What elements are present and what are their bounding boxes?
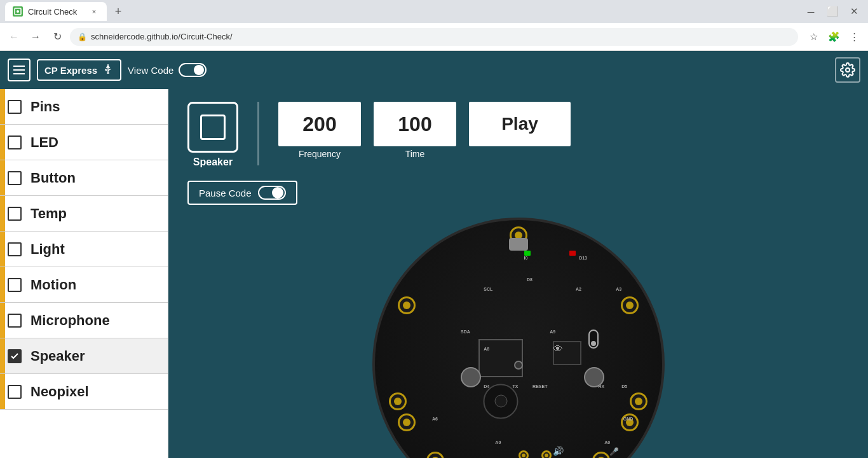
thermometer-icon (588, 330, 599, 349)
checkbox-motion[interactable] (8, 278, 22, 292)
tab-close-btn[interactable]: × (89, 6, 99, 17)
frequency-value: 200 (302, 113, 336, 136)
time-label: Time (405, 149, 425, 159)
maximize-btn[interactable]: ⬜ (824, 3, 841, 20)
frequency-input[interactable]: 200 (278, 102, 361, 146)
label-temp: Temp (31, 205, 67, 222)
label-a3: A3 (616, 287, 621, 291)
label-gnd-right: GND (623, 417, 634, 421)
sidebar-item-led[interactable]: LED (0, 125, 168, 160)
checkbox-light[interactable] (8, 242, 22, 256)
label-pins: Pins (31, 99, 60, 115)
checkbox-button[interactable] (8, 171, 22, 185)
label-a0-label: A0 (495, 440, 501, 445)
back-btn[interactable]: ← (5, 28, 23, 46)
sidebar-item-motion[interactable]: Motion (0, 267, 168, 303)
accent-microphone (0, 303, 5, 338)
tab-title: Circuit Check (28, 7, 77, 17)
button-a[interactable] (461, 367, 481, 387)
bookmark-btn[interactable]: ☆ (804, 28, 822, 46)
hamburger-icon (13, 66, 25, 74)
minimize-btn[interactable]: ─ (802, 3, 820, 20)
checkbox-led[interactable] (8, 135, 22, 149)
address-bar[interactable]: 🔒 schneidercode.github.io/Circuit-Check/ (70, 28, 798, 46)
close-window-btn[interactable]: ✕ (845, 3, 863, 20)
active-tab[interactable]: Circuit Check × (5, 2, 107, 21)
label-reset: RESET (532, 384, 547, 389)
green-led (524, 251, 531, 256)
circuit-board: 👁 🔊 🎤 (372, 218, 665, 458)
accent-neopixel (0, 374, 5, 409)
time-input[interactable]: 100 (374, 102, 456, 146)
reset-btn[interactable] (514, 361, 523, 370)
menu-btn[interactable]: ⋮ (845, 28, 863, 46)
sidebar-item-microphone[interactable]: Microphone (0, 303, 168, 338)
sidebar-item-light[interactable]: Light (0, 232, 168, 267)
lock-icon: 🔒 (78, 32, 87, 41)
checkbox-pins[interactable] (8, 100, 22, 114)
view-code-switch[interactable] (179, 63, 207, 77)
pad-gnd-left (426, 452, 444, 458)
extensions-btn[interactable]: 🧩 (825, 28, 843, 46)
checkbox-speaker[interactable] (8, 349, 22, 363)
eye-icon: 👁 (553, 344, 563, 355)
content-area: Speaker 200 Frequency 100 (168, 89, 868, 458)
board-selector[interactable]: CP Express (37, 59, 121, 81)
sidebar-item-button[interactable]: Button (0, 160, 168, 196)
usb-connector (509, 238, 528, 251)
checkbox-microphone[interactable] (8, 314, 22, 328)
label-sda: SDA (461, 330, 470, 334)
label-rx: RX (598, 384, 604, 389)
pause-code-toggle[interactable]: Pause Code (187, 181, 297, 205)
reload-btn[interactable]: ↻ (48, 28, 66, 46)
label-a8: A8 (484, 347, 489, 351)
frequency-box: 200 Frequency (278, 102, 361, 159)
view-code-toggle[interactable]: View Code (128, 63, 207, 77)
pad-a2 (621, 296, 639, 314)
speaker-icon (200, 114, 226, 140)
pad-a0-right (621, 413, 639, 431)
usb-icon (102, 63, 114, 77)
settings-btn[interactable] (835, 57, 860, 83)
pad-plus-large (519, 450, 529, 458)
pad-minus-large (541, 450, 552, 458)
label-microphone: Microphone (31, 312, 110, 329)
label-light: Light (31, 241, 65, 258)
play-button[interactable]: Play (469, 102, 571, 146)
sidebar: Pins LED Button Temp (0, 89, 168, 458)
pause-code-switch[interactable] (258, 186, 286, 200)
browser-titlebar: Circuit Check × + ─ ⬜ ✕ (0, 0, 868, 23)
sidebar-item-pins[interactable]: Pins (0, 89, 168, 125)
forward-btn[interactable]: → (27, 28, 44, 46)
label-a9: A9 (550, 330, 555, 334)
speaker-controls: 200 Frequency 100 Time Play (278, 102, 571, 159)
new-tab-btn[interactable]: + (109, 3, 127, 20)
checkbox-temp[interactable] (8, 207, 22, 221)
mic-icon: 🎤 (609, 447, 619, 456)
pad-gnd-right (592, 452, 610, 458)
app-header: CP Express View Code (0, 51, 868, 89)
label-neopixel: Neopixel (31, 384, 89, 400)
hamburger-btn[interactable] (8, 59, 31, 81)
sidebar-item-speaker[interactable]: Speaker (0, 338, 168, 374)
svg-point-1 (17, 10, 19, 13)
red-led (569, 251, 576, 256)
frequency-label: Frequency (299, 149, 341, 159)
sidebar-item-temp[interactable]: Temp (0, 196, 168, 232)
pad-a6 (398, 413, 416, 431)
label-a6: A6 (432, 417, 438, 421)
speaker-panel: Speaker 200 Frequency 100 (168, 89, 868, 181)
pause-section: Pause Code (168, 181, 868, 211)
hamburger-line-2 (13, 69, 25, 71)
checkbox-neopixel[interactable] (8, 385, 22, 399)
url-text: schneidercode.github.io/Circuit-Check/ (91, 32, 233, 41)
pad-a4 (398, 296, 416, 314)
view-code-label: View Code (128, 65, 173, 76)
label-io: I0 (524, 256, 528, 260)
pause-knob (272, 187, 283, 198)
label-d8: D8 (527, 277, 532, 282)
pause-code-label: Pause Code (199, 188, 252, 198)
label-a0-right: A0 (604, 440, 610, 445)
browser-frame: Circuit Check × + ─ ⬜ ✕ ← → ↻ 🔒 schneide… (0, 0, 868, 458)
sidebar-item-neopixel[interactable]: Neopixel (0, 374, 168, 410)
